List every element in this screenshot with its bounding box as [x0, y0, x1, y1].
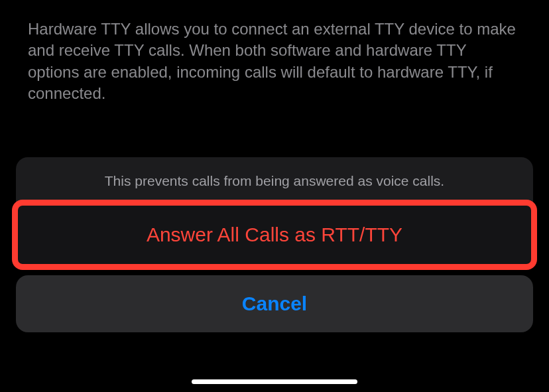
- cancel-button[interactable]: Cancel: [16, 275, 533, 332]
- action-sheet-message: This prevents calls from being answered …: [16, 157, 533, 204]
- action-sheet-group: This prevents calls from being answered …: [16, 157, 533, 266]
- action-sheet: This prevents calls from being answered …: [16, 157, 533, 332]
- home-indicator[interactable]: [192, 379, 357, 384]
- destructive-action-wrapper: Answer All Calls as RTT/TTY: [16, 204, 533, 266]
- answer-all-calls-rtt-tty-button[interactable]: Answer All Calls as RTT/TTY: [16, 204, 533, 266]
- hardware-tty-description: Hardware TTY allows you to connect an ex…: [0, 0, 549, 105]
